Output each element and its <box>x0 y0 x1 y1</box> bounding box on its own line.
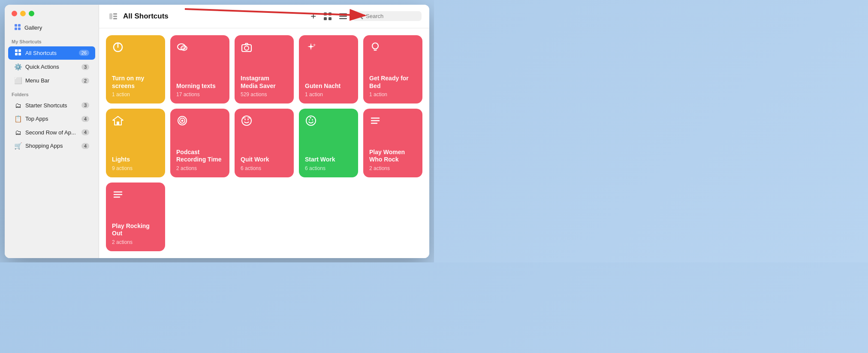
svg-rect-2 <box>15 27 17 30</box>
face-icon <box>241 115 288 130</box>
sidebar-item-starter-shortcuts[interactable]: 🗂 Starter Shortcuts 3 <box>8 99 95 112</box>
home-icon <box>112 115 159 130</box>
menu-bar-icon: ⬜ <box>14 77 22 85</box>
svg-rect-8 <box>109 13 112 19</box>
gallery-icon <box>14 24 21 32</box>
my-shortcuts-header: My Shortcuts <box>5 35 99 46</box>
sidebar-item-second-row[interactable]: 🗂 Second Row of Ap... 4 <box>8 126 95 139</box>
sidebar-item-shopping[interactable]: 🛒 Shopping Apps 4 <box>8 140 95 152</box>
search-box: 🔍 <box>352 11 422 21</box>
shortcut-card-morning-texts[interactable]: Morning texts 17 actions <box>170 35 229 104</box>
card-actions-quit-work: 6 actions <box>241 165 288 171</box>
power-icon <box>112 41 159 56</box>
camera-icon <box>241 41 288 56</box>
toolbar-actions: + <box>308 9 422 24</box>
close-button[interactable] <box>12 11 17 16</box>
svg-rect-5 <box>18 49 21 52</box>
card-name-lights: Lights <box>112 156 159 164</box>
card-actions-guten-nacht: 1 action <box>305 91 352 97</box>
sidebar-item-menu-bar[interactable]: ⬜ Menu Bar 2 <box>8 74 95 87</box>
card-actions-get-ready-for-bed: 1 action <box>369 91 416 97</box>
shortcut-card-play-rocking-out[interactable]: Play Rocking Out 2 actions <box>106 183 165 251</box>
maximize-button[interactable] <box>29 11 34 16</box>
sidebar-item-all-shortcuts[interactable]: All Shortcuts 26 <box>8 46 95 60</box>
card-name-play-rocking-out: Play Rocking Out <box>112 222 159 237</box>
card-actions-play-rocking-out: 2 actions <box>112 239 159 245</box>
svg-rect-4 <box>15 49 18 52</box>
svg-point-33 <box>242 116 251 125</box>
svg-rect-11 <box>113 18 117 19</box>
svg-point-32 <box>181 120 184 122</box>
card-name-quit-work: Quit Work <box>241 156 288 164</box>
chat-icon <box>176 41 223 56</box>
svg-rect-1 <box>18 24 21 27</box>
card-name-guten-nacht: Guten Nacht <box>305 82 352 90</box>
folder-shopping-label: Shopping Apps <box>25 143 78 149</box>
folder-starter-count: 3 <box>81 102 89 108</box>
svg-point-24 <box>181 46 187 50</box>
sidebar: Gallery My Shortcuts All Shortcuts 26 ⚙️… <box>5 5 99 258</box>
smiley-icon <box>305 115 352 130</box>
svg-rect-20 <box>339 18 347 19</box>
target-icon <box>176 115 223 130</box>
sidebar-item-gallery[interactable]: Gallery <box>8 21 95 34</box>
folder-second-row-count: 4 <box>81 129 89 135</box>
quick-actions-count: 3 <box>81 64 89 70</box>
toolbar: All Shortcuts + <box>99 5 429 28</box>
svg-rect-3 <box>18 27 21 30</box>
svg-rect-15 <box>329 12 332 15</box>
list-view-button[interactable] <box>337 12 350 21</box>
shortcut-card-start-work[interactable]: Start Work 6 actions <box>299 109 358 177</box>
menu-bar-label: Menu Bar <box>25 77 78 84</box>
svg-rect-6 <box>15 53 18 55</box>
card-actions-lights: 9 actions <box>112 165 159 171</box>
sidebar-item-quick-actions[interactable]: ⚙️ Quick Actions 3 <box>8 61 95 73</box>
search-icon: 🔍 <box>356 13 363 19</box>
shortcut-card-lights[interactable]: Lights 9 actions <box>106 109 165 177</box>
folder-icon: 🗂 <box>14 102 22 109</box>
quick-actions-icon: ⚙️ <box>14 63 22 71</box>
toolbar-title: All Shortcuts <box>123 12 169 21</box>
card-actions-podcast-recording: 2 actions <box>176 165 223 171</box>
svg-point-35 <box>247 119 249 120</box>
shortcuts-grid: Turn on my screens 1 action Morning text… <box>99 28 429 258</box>
shortcut-card-quit-work[interactable]: Quit Work 6 actions <box>235 109 294 177</box>
search-input[interactable] <box>366 13 417 19</box>
add-shortcut-button[interactable]: + <box>308 9 319 24</box>
svg-rect-29 <box>117 122 119 125</box>
card-actions-morning-texts: 17 actions <box>176 91 223 97</box>
bulb-icon <box>369 41 416 56</box>
card-name-start-work: Start Work <box>305 156 352 164</box>
svg-rect-9 <box>113 13 117 15</box>
second-row-icon: 🗂 <box>14 129 22 136</box>
card-name-get-ready-for-bed: Get Ready for Bed <box>369 75 416 90</box>
shortcut-card-podcast-recording[interactable]: Podcast Recording Time 2 actions <box>170 109 229 177</box>
shortcut-card-turn-on-my-screens[interactable]: Turn on my screens 1 action <box>106 35 165 104</box>
app-window: Gallery My Shortcuts All Shortcuts 26 ⚙️… <box>5 5 429 258</box>
menu-bar-count: 2 <box>81 78 89 84</box>
shortcut-card-get-ready-for-bed[interactable]: Get Ready for Bed 1 action <box>363 35 422 104</box>
sidebar-item-top-apps[interactable]: 📋 Top Apps 4 <box>8 113 95 125</box>
card-actions-instagram-media-saver: 529 actions <box>241 91 288 97</box>
toolbar-left: All Shortcuts <box>107 12 169 21</box>
card-name-instagram-media-saver: Instagram Media Saver <box>241 75 288 90</box>
card-actions-turn-on-my-screens: 1 action <box>112 91 159 97</box>
svg-rect-10 <box>113 15 117 17</box>
list-icon-rocking <box>112 189 159 204</box>
card-name-morning-texts: Morning texts <box>176 82 223 90</box>
card-name-podcast-recording: Podcast Recording Time <box>176 149 223 164</box>
svg-point-34 <box>244 119 246 120</box>
sidebar-toggle-button[interactable] <box>107 12 120 21</box>
svg-rect-16 <box>324 17 327 20</box>
shortcut-card-instagram-media-saver[interactable]: Instagram Media Saver 529 actions <box>235 35 294 104</box>
shortcut-card-guten-nacht[interactable]: Guten Nacht 1 action <box>299 35 358 104</box>
svg-rect-17 <box>329 17 332 20</box>
folder-top-apps-count: 4 <box>81 116 89 122</box>
shortcut-card-play-women-who-rock[interactable]: Play Women Who Rock 2 actions <box>363 109 422 177</box>
grid-view-button[interactable] <box>321 11 334 22</box>
folder-second-row-label: Second Row of Ap... <box>25 129 78 136</box>
folder-shopping-count: 4 <box>81 143 89 149</box>
svg-rect-0 <box>15 24 17 27</box>
minimize-button[interactable] <box>20 11 26 16</box>
sparkles-icon <box>305 41 352 56</box>
